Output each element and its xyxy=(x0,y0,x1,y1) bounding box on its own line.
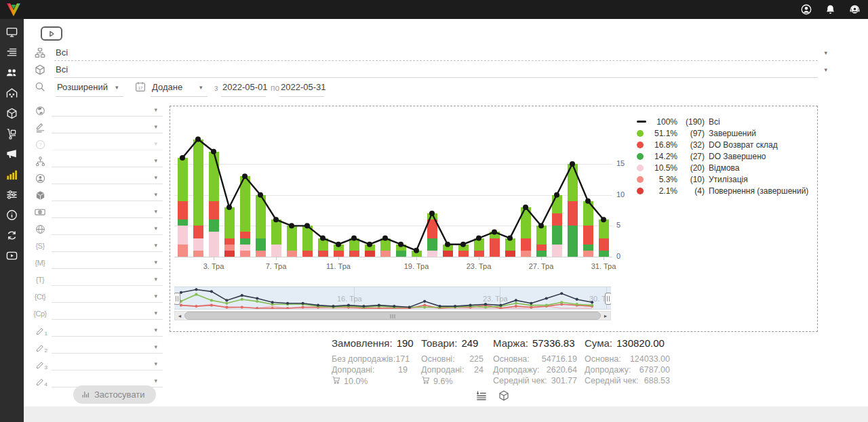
summary-sub-row: Допродажу:6787.00 xyxy=(585,364,670,375)
chevron-down-icon: ▾ xyxy=(154,225,157,232)
date-from-input[interactable]: 2022-05-01 xyxy=(222,82,268,92)
analytics-chart-icon[interactable] xyxy=(5,168,18,181)
scrollbar-thumb[interactable] xyxy=(184,312,601,320)
legend-item[interactable]: 2.1%(4)Повернення (завершений) xyxy=(637,185,808,196)
legend-item[interactable]: 100%(190)Всі xyxy=(637,116,808,127)
filter-select-globe-paint[interactable]: ▾ xyxy=(33,102,163,119)
filter-select-person-circle[interactable]: ▾ xyxy=(33,170,163,187)
sidebar xyxy=(0,19,24,422)
signature-icon xyxy=(34,121,46,133)
chevron-down-icon: ▾ xyxy=(154,208,157,215)
group-filter-underline xyxy=(54,60,818,61)
summary-sub-row: Середній чек:301.77 xyxy=(493,375,577,386)
chip-ct-icon: {Ct} xyxy=(34,291,46,303)
product-filter-value: Всі xyxy=(56,64,68,75)
scroll-left-arrow[interactable]: ◄ xyxy=(175,312,184,320)
summary-upsell-percent: 9.6% xyxy=(421,375,484,387)
navigator-left-handle[interactable] xyxy=(174,293,180,305)
filter-select-banknote[interactable]: ▾ xyxy=(33,204,163,221)
products-cube-icon[interactable] xyxy=(5,107,18,120)
support-headset-icon[interactable] xyxy=(848,3,861,16)
video-help-button[interactable] xyxy=(41,26,62,41)
summary-sub-label: Без допродажів: xyxy=(332,354,395,364)
filter-select-question[interactable]: ?▾ xyxy=(33,136,163,153)
warehouse-icon[interactable] xyxy=(5,87,18,100)
legend-label: Повернення (завершений) xyxy=(709,186,808,196)
filter-select-globe[interactable]: ▾ xyxy=(33,221,163,238)
filter-select-chip-s[interactable]: {S}▾ xyxy=(33,238,163,255)
summary-sub-row: Допродані:24 xyxy=(421,364,484,375)
chart-scrollbar[interactable]: ◄ ► xyxy=(174,311,611,320)
customers-users-icon[interactable] xyxy=(5,66,18,79)
chevron-down-icon: ▾ xyxy=(154,310,157,316)
legend-count: (190) xyxy=(677,117,705,127)
svg-text:?: ? xyxy=(39,142,42,148)
notifications-bell-icon[interactable] xyxy=(825,4,836,16)
search-icon xyxy=(34,81,46,96)
filter-row-product[interactable]: Всі ▾ xyxy=(33,62,818,79)
chevron-down-icon: ▾ xyxy=(154,123,157,130)
legend-item[interactable]: 10.5%(20)Відмова xyxy=(637,162,808,173)
summary-sub-value: 54716.19 xyxy=(542,354,577,364)
supply-dolly-icon[interactable] xyxy=(5,127,18,140)
filter-select-pencil-1[interactable]: 1▾ xyxy=(33,322,163,339)
pencil-2-icon: 2 xyxy=(34,341,46,354)
legend-item[interactable]: 5.3%(10)Утилізація xyxy=(637,173,808,185)
chevron-down-icon: ▾ xyxy=(824,49,827,56)
chevron-down-icon: ▾ xyxy=(199,84,203,91)
date-field-select[interactable]: Додане xyxy=(152,82,182,92)
summary-sub-value: 124033.00 xyxy=(630,354,670,364)
summary-list-toggle-icon[interactable] xyxy=(475,389,488,406)
products-view-toggle-icon[interactable] xyxy=(498,389,510,404)
chevron-down-icon: ▾ xyxy=(154,106,157,113)
orders-list-icon[interactable] xyxy=(5,46,18,59)
filter-select-chip-m[interactable]: {M}▾ xyxy=(33,255,163,272)
underline xyxy=(52,319,163,320)
sync-refresh-icon[interactable] xyxy=(5,229,18,242)
underline xyxy=(52,353,163,354)
filter-select-hierarchy[interactable]: ▾ xyxy=(33,153,163,170)
legend-count: (10) xyxy=(677,175,705,184)
summary-sub-label: Основні: xyxy=(421,354,455,364)
filter-select-chip-ct[interactable]: {Ct}▾ xyxy=(33,289,163,305)
legend-item[interactable]: 14.2%(27)DO Завершено xyxy=(637,150,808,162)
summary-value: 249 xyxy=(461,337,478,349)
group-filter-value: Всі xyxy=(56,47,68,58)
legend-item[interactable]: 16.8%(32)DO Возврат склад xyxy=(637,139,808,150)
legend-percent: 10.5% xyxy=(648,163,677,173)
date-to-input[interactable]: 2022-05-31 xyxy=(281,82,326,92)
dashboard-monitor-icon[interactable] xyxy=(5,26,18,39)
chevron-down-icon: ▾ xyxy=(154,276,157,282)
navigator-right-handle[interactable] xyxy=(605,293,611,305)
settings-sliders-icon[interactable] xyxy=(5,188,18,201)
search-mode-select[interactable]: Розширений xyxy=(57,82,108,92)
legend-label: DO Завершено xyxy=(709,152,766,161)
chart-navigator[interactable]: 16. Тра23. Тра30. Тра xyxy=(174,287,611,310)
summary-value: 130820.00 xyxy=(616,337,665,349)
scroll-right-arrow[interactable]: ► xyxy=(601,312,610,320)
underline xyxy=(52,370,163,371)
upsell-percent-value: 9.6% xyxy=(433,376,453,387)
legend-count: (32) xyxy=(677,140,705,150)
filter-select-cube-filled[interactable]: ▾ xyxy=(33,187,163,204)
filter-row-group[interactable]: Всі ▾ xyxy=(33,45,818,62)
summary-sub-value: 2620.64 xyxy=(547,364,577,375)
filter-select-chip-t[interactable]: {T}▾ xyxy=(33,272,163,289)
video-tutorials-icon[interactable] xyxy=(5,249,18,262)
info-icon[interactable] xyxy=(5,209,18,221)
marketing-megaphone-icon[interactable] xyxy=(5,148,18,161)
filter-select-signature[interactable]: ▾ xyxy=(33,119,163,136)
legend-item[interactable]: 51.1%(97)Завершений xyxy=(637,127,808,139)
filter-select-chip-cp[interactable]: {Cp}▾ xyxy=(33,305,163,322)
underline xyxy=(52,234,163,235)
apply-button[interactable]: Застосувати xyxy=(73,385,156,404)
user-account-icon[interactable] xyxy=(800,3,812,16)
chevron-down-icon: ▾ xyxy=(154,140,157,147)
y-axis-label: 5 xyxy=(616,221,635,229)
y-axis-label: 0 xyxy=(616,252,635,260)
filter-select-pencil-2[interactable]: 2▾ xyxy=(33,339,163,356)
app-logo-icon[interactable] xyxy=(5,1,22,18)
summary-sub-row: Допродані:19 xyxy=(332,364,408,375)
legend-percent: 2.1% xyxy=(648,186,677,196)
filter-select-pencil-3[interactable]: 3▾ xyxy=(33,356,163,373)
